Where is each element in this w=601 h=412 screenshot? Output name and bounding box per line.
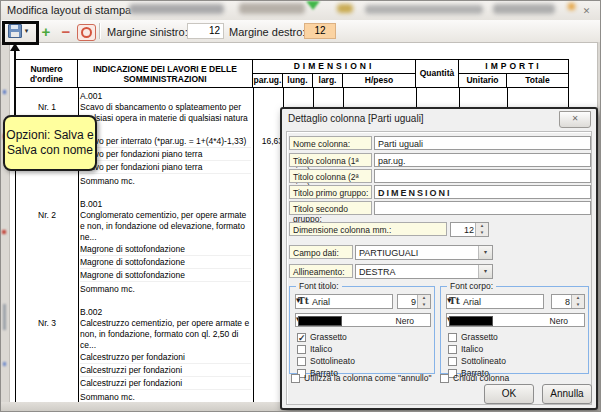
titolo-secondo-gruppo-input[interactable] (374, 201, 591, 215)
annullo-checkbox-row[interactable]: Utilizza la colonna come "annullo" (291, 372, 431, 384)
campo-dati-dropdown[interactable]: PARTIUGUALI ▾ (355, 245, 493, 260)
blurred-blob (365, 5, 483, 14)
font-titolo-size-value: 9 (411, 297, 416, 307)
margine-destro-input[interactable]: 12 (304, 23, 336, 39)
row-measure: Scavo per interrato (*par.ug. = 1+(4*4)-… (80, 136, 251, 148)
header-larg[interactable]: larg. (313, 74, 343, 88)
margine-sinistro-input[interactable]: 12 (187, 23, 224, 39)
nome-colonna-label: Nome colonna: (289, 136, 372, 150)
dettaglio-colonna-dialog: Dettaglio colonna [Parti uguali] ✕ Nome … (280, 107, 598, 410)
ok-button[interactable]: OK (484, 384, 534, 404)
reset-button[interactable] (77, 24, 96, 41)
font-type-icon: Tt (449, 296, 460, 306)
row-measure-text: Calcestruzzi per fondazioni (80, 365, 182, 375)
checkbox-label: Italico (461, 344, 483, 354)
header-lung[interactable]: lung. (283, 74, 313, 88)
spinner-down-icon[interactable]: ▼ (572, 302, 584, 309)
style-checkbox-row[interactable]: ✓Grassetto (297, 331, 355, 343)
font-corpo-size-value: 8 (565, 297, 570, 307)
font-titolo-family-dropdown[interactable]: Tt Arial ▾ (295, 294, 393, 309)
header-numero-ordine[interactable]: Numero d'ordine (16, 60, 78, 88)
remove-column-button[interactable]: − (58, 23, 74, 39)
background-blurred-content (121, 1, 571, 20)
row-number: Nr. 3 (16, 318, 78, 329)
spinner-down-icon[interactable]: ▼ (418, 302, 430, 309)
header-group-importi[interactable]: IMPORTI (459, 60, 568, 74)
chevron-down-icon[interactable]: ▾ (478, 246, 492, 259)
font-type-icon: Tt (298, 296, 309, 306)
titolo-colonna-2-input[interactable] (374, 169, 591, 183)
row-description: Calcestruzzo cementizio, per opere armat… (80, 318, 251, 351)
annullo-checkbox-label: Utilizza la colonna come "annullo" (304, 373, 431, 383)
row-measure: Magrone di sottofondazione (80, 270, 251, 282)
titolo-primo-gruppo-input[interactable]: DIMENSIONI (374, 185, 591, 199)
font-corpo-color-value: Nero (550, 316, 568, 326)
header-indicazione[interactable]: INDICAZIONE DEI LAVORI E DELLE SOMMINIST… (78, 60, 253, 88)
titolo-primo-gruppo-label: Titolo primo gruppo: (289, 185, 372, 199)
title-bar: Modifica layout di stampa ✕ (1, 1, 600, 21)
header-par-ug[interactable]: par.ug. (253, 74, 283, 88)
font-corpo-group: Font corpo: Tt Arial ▾ 8 ▲ ▼ Nero ▾ Gras… (440, 286, 589, 374)
annullo-checkbox[interactable] (291, 374, 300, 383)
font-corpo-family-dropdown[interactable]: Tt Arial ▾ (446, 294, 544, 309)
annulla-button[interactable]: Annulla (542, 384, 592, 404)
header-quantita[interactable]: Quantità (416, 60, 459, 88)
reset-icon (81, 27, 92, 38)
checkbox-label: Sottolineato (310, 356, 355, 366)
row-measure: Calcestruzzi per fondazioni (80, 378, 251, 390)
allineamento-dropdown[interactable]: DESTRA ▾ (355, 264, 493, 279)
checkbox[interactable] (448, 357, 457, 366)
style-checkbox-row[interactable]: Grassetto (448, 331, 506, 343)
app-window: Modifica layout di stampa ✕ ▾ + − Margin… (0, 0, 601, 412)
nome-colonna-input[interactable]: Parti uguali (374, 136, 591, 150)
header-hpeso[interactable]: H/peso (343, 74, 416, 88)
blurred-blob (337, 4, 353, 13)
allineamento-value: DESTRA (359, 267, 396, 277)
margine-sinistro-label: Margine sinistro: (107, 26, 188, 38)
style-checkbox-row[interactable]: Italico (448, 343, 506, 355)
spinner-down-icon[interactable]: ▼ (476, 230, 488, 237)
dialog-title: Dettaglio colonna [Parti uguali] (288, 113, 424, 124)
checkbox[interactable]: ✓ (297, 333, 306, 342)
font-titolo-size-spinner[interactable]: 9 ▲ ▼ (397, 294, 431, 309)
color-swatch-black (449, 316, 493, 326)
chevron-down-icon[interactable]: ▾ (478, 265, 492, 278)
add-column-button[interactable]: + (38, 23, 54, 39)
checkbox-label: Grassetto (310, 332, 347, 342)
checkbox-label: Sottolineato (461, 356, 506, 366)
style-checkbox-row[interactable]: Sottolineato (448, 355, 506, 367)
row-description: Conglomerato cementizio, per opere armat… (80, 210, 251, 243)
font-titolo-legend: Font titolo: (296, 281, 342, 291)
checkbox[interactable] (448, 333, 457, 342)
style-checkbox-row[interactable]: Sottolineato (297, 355, 355, 367)
titolo-colonna-1-input[interactable]: par.ug. (374, 153, 591, 167)
table-header: Numero d'ordine INDICAZIONE DEI LAVORI E… (16, 60, 568, 88)
window-close-icon[interactable]: ✕ (577, 4, 596, 18)
dimensione-colonna-label: Dimensione colonna mm.: (289, 222, 447, 236)
dialog-close-button[interactable]: ✕ (559, 111, 591, 128)
checkbox[interactable] (448, 345, 457, 354)
window-frame-left (1, 42, 9, 412)
header-unitario[interactable]: Unitario (459, 74, 507, 88)
background-green-marker (306, 1, 320, 10)
color-swatch-black (298, 316, 342, 326)
font-titolo-color-dropdown[interactable]: Nero ▾ (295, 313, 431, 327)
blurred-blob (493, 4, 555, 14)
font-corpo-color-dropdown[interactable]: Nero ▾ (446, 313, 585, 327)
chiudi-colonna-checkbox-row[interactable]: Chiudi colonna (440, 372, 509, 384)
font-corpo-size-spinner[interactable]: 8 ▲ ▼ (551, 294, 585, 309)
checkbox-label: Grassetto (461, 332, 498, 342)
header-group-dimensioni[interactable]: DIMENSIONI (253, 60, 416, 74)
checkbox[interactable] (297, 345, 306, 354)
row-number: Nr. 2 (16, 210, 78, 221)
row-measure: Calcestruzzo per fondazioni (80, 352, 251, 364)
header-totale[interactable]: Totale (507, 74, 568, 88)
save-options-callout: Opzioni: Salva e Salva con nome (3, 115, 97, 171)
checkbox[interactable] (297, 357, 306, 366)
dimensione-colonna-spinner[interactable]: 12 ▲ ▼ (450, 222, 489, 237)
row-measure: Magrone di sottofondazione (80, 244, 251, 256)
chiudi-colonna-checkbox[interactable] (440, 374, 449, 383)
style-checkbox-row[interactable]: Italico (297, 343, 355, 355)
campo-dati-label: Campo dati: (289, 245, 353, 259)
spinner-buttons[interactable]: ▲ ▼ (475, 223, 488, 236)
